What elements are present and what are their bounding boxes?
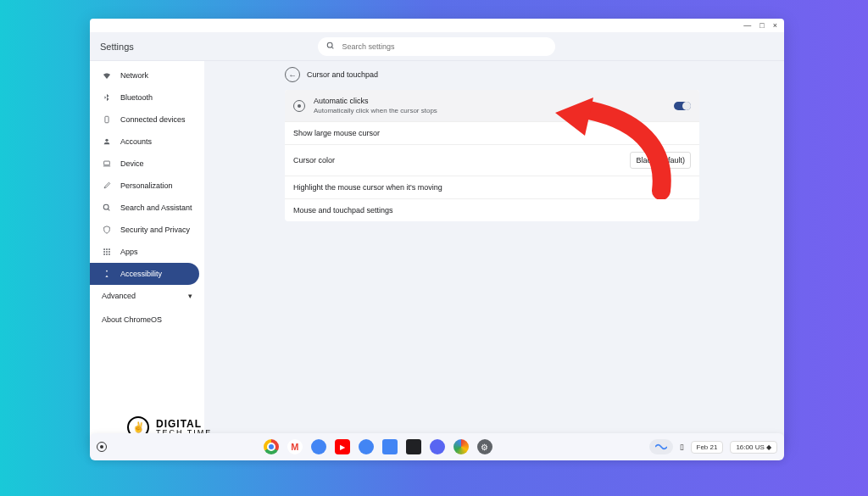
window-titlebar: — □ ×	[90, 19, 784, 32]
svg-rect-12	[106, 251, 108, 253]
shield-icon	[102, 225, 112, 235]
settings-panel: Automatic clicks Automatically click whe…	[285, 90, 699, 221]
svg-rect-16	[108, 254, 110, 255]
sidebar-item-label: Accessibility	[120, 270, 162, 278]
sidebar-item-label: Bluetooth	[120, 93, 153, 102]
target-icon	[293, 100, 305, 112]
sidebar-about-label: About ChromeOS	[102, 315, 162, 324]
body: Network Bluetooth Connected devices Acco…	[90, 61, 784, 448]
shelf-apps: M ▶ ⚙	[107, 439, 649, 454]
sidebar-item-label: Accounts	[120, 137, 152, 146]
svg-point-6	[103, 204, 108, 209]
row-title: Highlight the mouse cursor when it's mov…	[293, 183, 691, 192]
sidebar-item-search-assistant[interactable]: Search and Assistant	[90, 197, 204, 219]
files-icon[interactable]	[359, 439, 374, 454]
row-highlight-cursor[interactable]: Highlight the mouse cursor when it's mov…	[285, 176, 699, 199]
sidebar-item-accounts[interactable]: Accounts	[90, 131, 204, 153]
laptop-icon	[102, 159, 112, 169]
cursor-color-select[interactable]: Black (default)	[630, 152, 691, 169]
search-icon	[326, 42, 335, 52]
wifi-icon	[102, 70, 112, 81]
apps-icon	[102, 247, 112, 257]
svg-rect-15	[106, 254, 108, 255]
wifi-tray-icon: ◆	[766, 443, 771, 451]
sidebar: Network Bluetooth Connected devices Acco…	[90, 61, 204, 448]
chrome-icon[interactable]	[264, 439, 279, 454]
time-chip[interactable]: 16:00 US ◆	[730, 441, 777, 454]
svg-rect-11	[103, 251, 105, 253]
svg-rect-2	[105, 116, 108, 123]
sidebar-item-label: Network	[120, 71, 148, 80]
sidebar-about[interactable]: About ChromeOS	[90, 307, 204, 332]
sidebar-item-label: Device	[120, 159, 144, 168]
terminal-icon[interactable]	[406, 439, 421, 454]
settings-window: — □ × Settings Network Bluetooth Connect…	[90, 19, 784, 448]
sidebar-item-connected-devices[interactable]: Connected devices	[90, 109, 204, 131]
docs-icon[interactable]	[382, 439, 398, 454]
sidebar-item-network[interactable]: Network	[90, 64, 204, 86]
system-tray[interactable]: ▯ Feb 21 16:00 US ◆	[649, 439, 778, 454]
svg-rect-4	[104, 161, 110, 165]
search-input[interactable]	[342, 42, 547, 51]
row-large-cursor[interactable]: Show large mouse cursor	[285, 122, 699, 145]
row-subtitle: Automatically click when the cursor stop…	[314, 107, 674, 114]
sidebar-advanced-label: Advanced	[102, 292, 136, 300]
svg-point-17	[106, 270, 108, 272]
date-chip[interactable]: Feb 21	[691, 441, 724, 454]
row-mouse-touchpad-settings[interactable]: Mouse and touchpad settings	[285, 199, 699, 221]
svg-rect-8	[103, 248, 105, 250]
photos-icon[interactable]	[453, 439, 469, 454]
row-title: Automatic clicks	[314, 97, 674, 105]
row-title: Cursor color	[293, 156, 630, 164]
sidebar-item-label: Connected devices	[120, 115, 186, 124]
row-title: Mouse and touchpad settings	[293, 206, 691, 215]
sidebar-item-security-privacy[interactable]: Security and Privacy	[90, 219, 204, 241]
tray-pill[interactable]	[649, 439, 673, 454]
back-button[interactable]: ←	[285, 67, 300, 82]
shelf: M ▶ ⚙ ▯ Feb 21 16:00 US ◆	[90, 433, 784, 460]
row-automatic-clicks[interactable]: Automatic clicks Automatically click whe…	[285, 90, 699, 122]
gmail-icon[interactable]: M	[287, 439, 303, 454]
svg-point-0	[328, 42, 333, 47]
row-cursor-color[interactable]: Cursor color Black (default)	[285, 145, 699, 176]
search-box[interactable]	[318, 37, 555, 56]
sidebar-item-label: Security and Privacy	[120, 226, 190, 234]
svg-point-3	[105, 139, 108, 142]
sidebar-item-label: Search and Assistant	[120, 203, 192, 212]
sidebar-item-device[interactable]: Device	[90, 153, 204, 175]
chat-icon[interactable]	[311, 439, 326, 454]
svg-rect-13	[108, 251, 110, 253]
watermark-line1: DIGITAL	[156, 419, 212, 429]
sidebar-item-accessibility[interactable]: Accessibility	[90, 263, 199, 285]
youtube-icon[interactable]: ▶	[335, 439, 350, 454]
brush-icon	[102, 181, 112, 191]
devices-icon	[102, 114, 112, 125]
settings-icon[interactable]: ⚙	[477, 439, 492, 454]
svg-rect-10	[108, 248, 110, 250]
account-icon	[102, 137, 112, 147]
launcher-button[interactable]	[97, 442, 107, 452]
close-button[interactable]: ×	[773, 21, 777, 30]
svg-line-7	[108, 209, 109, 210]
phone-icon: ▯	[680, 443, 684, 451]
sidebar-item-label: Personalization	[120, 181, 173, 190]
accessibility-icon	[102, 269, 112, 279]
sidebar-item-personalization[interactable]: Personalization	[90, 175, 204, 197]
bluetooth-icon	[102, 92, 112, 103]
header: Settings	[90, 32, 784, 61]
discord-icon[interactable]	[430, 439, 445, 454]
sidebar-advanced[interactable]: Advanced▾	[90, 285, 204, 307]
svg-rect-14	[103, 254, 105, 255]
sidebar-item-bluetooth[interactable]: Bluetooth	[90, 86, 204, 109]
app-title: Settings	[100, 42, 134, 52]
minimize-button[interactable]: —	[743, 21, 751, 30]
sidebar-item-apps[interactable]: Apps	[90, 241, 204, 263]
page-title: Cursor and touchpad	[307, 70, 378, 79]
chevron-down-icon: ▾	[188, 292, 192, 300]
svg-line-1	[332, 47, 334, 48]
automatic-clicks-toggle[interactable]	[674, 102, 691, 110]
row-title: Show large mouse cursor	[293, 129, 691, 137]
maximize-button[interactable]: □	[760, 21, 764, 30]
sidebar-item-label: Apps	[120, 248, 138, 256]
svg-rect-9	[106, 248, 108, 250]
